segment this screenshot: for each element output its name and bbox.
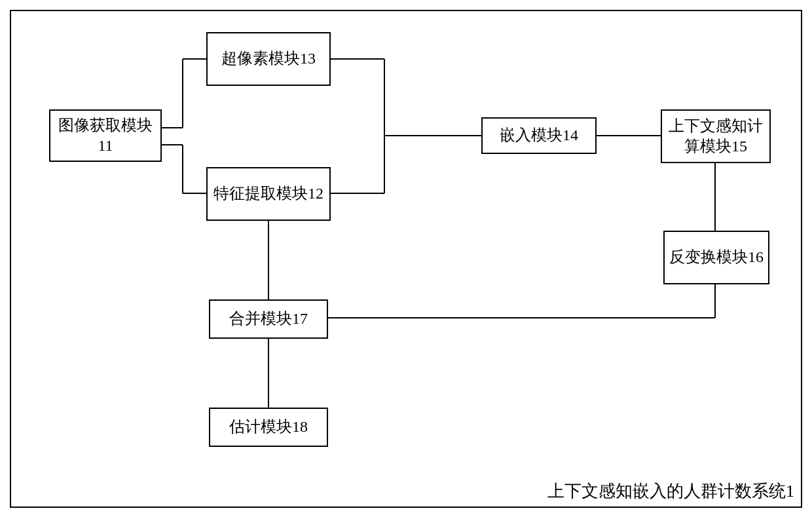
module-merge: 合并模块17 [209,299,328,339]
module-feature-extract: 特征提取模块12 [206,167,331,221]
module-label: 反变换模块16 [669,247,764,267]
module-label: 估计模块18 [229,417,308,437]
module-label: 图像获取模块11 [54,115,157,156]
module-embed: 嵌入模块14 [481,117,597,154]
module-image-acquire: 图像获取模块11 [49,109,162,162]
module-superpixel: 超像素模块13 [206,32,331,86]
module-label: 超像素模块13 [221,48,316,69]
diagram-frame: 图像获取模块11 超像素模块13 特征提取模块12 嵌入模块14 上下文感知计算… [10,10,802,508]
module-label: 上下文感知计算模块15 [666,116,766,157]
module-label: 合并模块17 [229,309,308,329]
module-label: 嵌入模块14 [500,125,578,145]
system-caption: 上下文感知嵌入的人群计数系统1 [547,480,794,503]
module-label: 特征提取模块12 [213,183,323,204]
module-context-aware: 上下文感知计算模块15 [661,109,771,163]
module-estimate: 估计模块18 [209,408,328,447]
module-inverse-transform: 反变换模块16 [663,231,769,284]
